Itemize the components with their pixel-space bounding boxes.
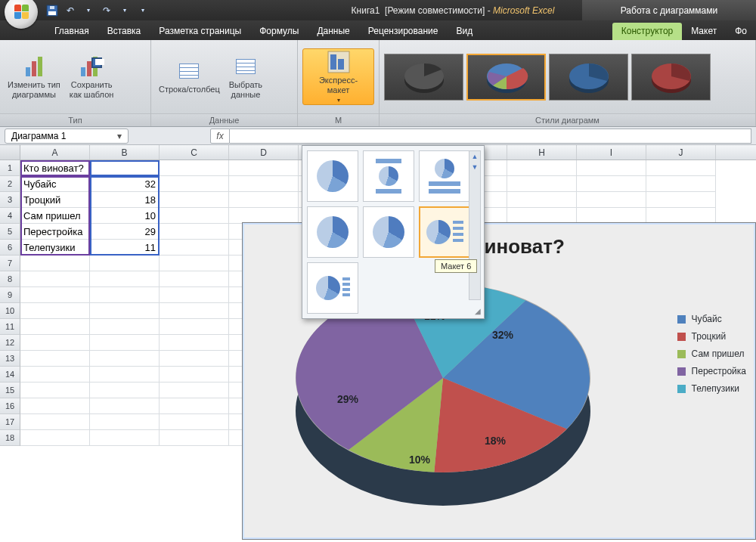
scroll-up-icon[interactable]: ▲ bbox=[469, 151, 480, 162]
cell[interactable] bbox=[20, 335, 90, 351]
cell[interactable] bbox=[20, 382, 90, 398]
row-header[interactable]: 9 bbox=[0, 287, 20, 303]
chart-legend[interactable]: ЧубайсТроцкийСам пришелПерестройкаТелепу… bbox=[677, 314, 746, 401]
row-header[interactable]: 5 bbox=[0, 224, 20, 240]
cell[interactable] bbox=[577, 176, 646, 192]
tab-layout[interactable]: Макет bbox=[682, 23, 726, 40]
layout-option[interactable] bbox=[363, 206, 414, 258]
row-header[interactable]: 12 bbox=[0, 335, 20, 351]
row-header[interactable]: 17 bbox=[0, 414, 20, 430]
cell[interactable] bbox=[90, 303, 160, 319]
column-header[interactable]: B bbox=[90, 145, 160, 160]
select-data-button[interactable]: Выбрать данные bbox=[226, 53, 265, 101]
cell[interactable] bbox=[507, 192, 577, 208]
layout-option[interactable] bbox=[307, 262, 358, 314]
cell[interactable] bbox=[646, 160, 716, 176]
cell[interactable] bbox=[160, 224, 229, 240]
cell[interactable] bbox=[90, 430, 160, 446]
cell[interactable] bbox=[20, 256, 90, 271]
tab-pagelayout[interactable]: Разметка страницы bbox=[150, 23, 250, 40]
tab-view[interactable]: Вид bbox=[447, 23, 482, 40]
cell[interactable] bbox=[646, 192, 716, 208]
column-header[interactable]: I bbox=[577, 145, 646, 160]
cell[interactable] bbox=[160, 160, 229, 176]
cell[interactable] bbox=[577, 192, 646, 208]
cell[interactable] bbox=[90, 382, 160, 398]
row-header[interactable]: 1 bbox=[0, 160, 20, 176]
layout-option[interactable] bbox=[363, 150, 414, 202]
tab-format[interactable]: Фо bbox=[726, 23, 756, 40]
scroll-down-icon[interactable]: ▼ bbox=[469, 162, 480, 172]
qat-dropdown-icon[interactable]: ▾ bbox=[118, 4, 132, 17]
tab-insert[interactable]: Вставка bbox=[98, 23, 150, 40]
formula-input[interactable] bbox=[230, 129, 751, 144]
redo-icon[interactable]: ↷ bbox=[100, 4, 113, 17]
select-all-corner[interactable] bbox=[0, 145, 20, 160]
cell[interactable]: Перестройка bbox=[20, 224, 90, 240]
cell[interactable] bbox=[20, 319, 90, 335]
column-header[interactable]: D bbox=[229, 145, 299, 160]
cell[interactable] bbox=[507, 160, 577, 176]
cell[interactable] bbox=[90, 319, 160, 335]
row-header[interactable]: 3 bbox=[0, 192, 20, 208]
cell[interactable] bbox=[20, 303, 90, 319]
cell[interactable] bbox=[90, 160, 160, 176]
cell[interactable] bbox=[90, 398, 160, 414]
cell[interactable] bbox=[20, 398, 90, 414]
row-header[interactable]: 11 bbox=[0, 319, 20, 335]
cell[interactable] bbox=[229, 192, 299, 208]
chart-style-thumb[interactable] bbox=[549, 54, 628, 101]
cell[interactable] bbox=[229, 208, 299, 224]
cell[interactable] bbox=[90, 287, 160, 303]
layout-option[interactable] bbox=[419, 150, 470, 202]
row-header[interactable]: 4 bbox=[0, 208, 20, 224]
cell[interactable] bbox=[577, 208, 646, 224]
cell[interactable] bbox=[20, 351, 90, 367]
cell[interactable] bbox=[90, 414, 160, 430]
chart-style-thumb[interactable] bbox=[631, 54, 711, 101]
row-header[interactable]: 8 bbox=[0, 271, 20, 287]
row-header[interactable]: 6 bbox=[0, 240, 20, 256]
cell[interactable] bbox=[160, 240, 229, 256]
cell[interactable] bbox=[90, 271, 160, 287]
cell[interactable] bbox=[20, 287, 90, 303]
cell[interactable] bbox=[90, 351, 160, 367]
cell[interactable] bbox=[160, 208, 229, 224]
cell[interactable] bbox=[160, 256, 229, 271]
cell[interactable]: Телепузики bbox=[20, 240, 90, 256]
cell[interactable]: 11 bbox=[90, 240, 160, 256]
save-as-template-button[interactable]: Сохранить как шаблон bbox=[67, 53, 117, 101]
popup-scrollbar[interactable]: ▲ ▼ bbox=[469, 150, 481, 300]
cell[interactable] bbox=[646, 176, 716, 192]
cell[interactable] bbox=[20, 271, 90, 287]
switch-row-column-button[interactable]: Строка/столбец bbox=[156, 57, 223, 96]
column-header[interactable]: J bbox=[646, 145, 716, 160]
cell[interactable] bbox=[507, 208, 577, 224]
layout-option[interactable] bbox=[307, 206, 358, 258]
qat-customize-icon[interactable]: ▾ bbox=[136, 4, 150, 17]
chart-style-thumb[interactable] bbox=[384, 54, 463, 101]
chart-style-thumb[interactable] bbox=[466, 54, 546, 101]
worksheet-grid[interactable]: ABCDEFGHIJ 1Кто виноват?2Чубайс323Троцки… bbox=[0, 145, 756, 542]
cell[interactable] bbox=[160, 192, 229, 208]
row-header[interactable]: 13 bbox=[0, 351, 20, 367]
cell[interactable]: 18 bbox=[90, 192, 160, 208]
cell[interactable] bbox=[90, 335, 160, 351]
cell[interactable]: 29 bbox=[90, 224, 160, 240]
cell[interactable] bbox=[20, 430, 90, 446]
cell[interactable]: 10 bbox=[90, 208, 160, 224]
resize-handle-icon[interactable]: ◢ bbox=[475, 307, 481, 315]
chevron-down-icon[interactable]: ▾ bbox=[117, 131, 122, 141]
layout-option[interactable] bbox=[419, 206, 470, 258]
cell[interactable] bbox=[160, 287, 229, 303]
tab-home[interactable]: Главная bbox=[45, 23, 98, 40]
cell[interactable] bbox=[160, 430, 229, 446]
qat-dropdown-icon[interactable]: ▾ bbox=[82, 4, 95, 17]
cell[interactable] bbox=[229, 160, 299, 176]
name-box[interactable]: Диаграмма 1 ▾ bbox=[5, 129, 129, 144]
cell[interactable] bbox=[20, 367, 90, 382]
cell[interactable]: Кто виноват? bbox=[20, 160, 90, 176]
cell[interactable] bbox=[160, 335, 229, 351]
cell[interactable] bbox=[160, 176, 229, 192]
column-header[interactable]: A bbox=[20, 145, 90, 160]
